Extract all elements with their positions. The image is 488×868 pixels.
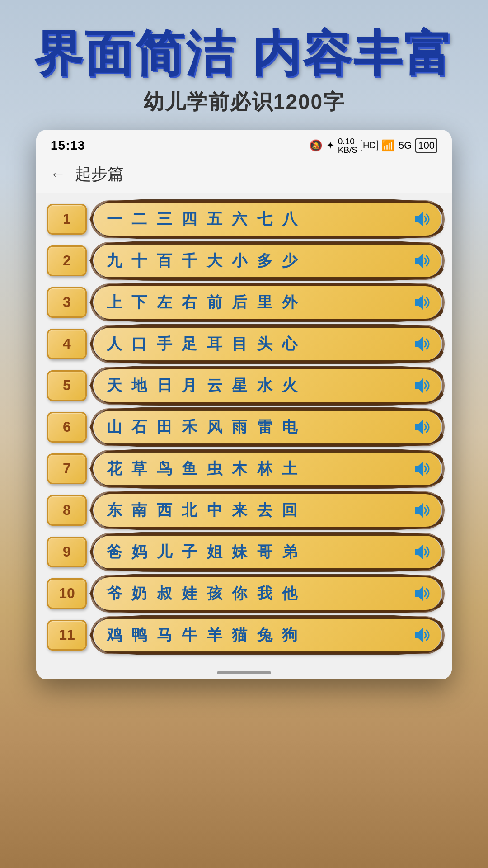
lesson-chars: 天 地 日 月 云 星 水 火 <box>107 375 300 396</box>
lesson-button[interactable]: 上 下 左 右 前 后 里 外 <box>94 285 441 320</box>
lesson-number: 11 <box>47 620 87 651</box>
promo-section: 界面简洁 内容丰富 幼儿学前必识1200字 <box>0 0 488 130</box>
speaker-icon[interactable] <box>412 584 432 604</box>
list-item: 6山 石 田 禾 风 雨 雷 电 <box>47 410 441 444</box>
battery-icon: 100 <box>415 138 437 153</box>
promo-subtitle-prefix: 幼儿学前必识 <box>143 90 273 113</box>
svg-marker-10 <box>415 628 423 642</box>
lesson-chars: 东 南 西 北 中 来 去 回 <box>107 500 300 521</box>
svg-marker-6 <box>415 462 423 476</box>
lesson-chars: 一 二 三 四 五 六 七 八 <box>107 209 300 230</box>
lesson-button[interactable]: 山 石 田 禾 风 雨 雷 电 <box>94 410 441 444</box>
svg-marker-9 <box>415 586 423 601</box>
lesson-chars: 九 十 百 千 大 小 多 少 <box>107 250 300 271</box>
speaker-icon[interactable] <box>412 251 432 271</box>
speaker-icon[interactable] <box>412 459 432 479</box>
wifi-icon: 📶 <box>381 139 395 152</box>
lesson-number: 4 <box>47 329 87 359</box>
list-item: 2九 十 百 千 大 小 多 少 <box>47 244 441 278</box>
lesson-button[interactable]: 鸡 鸭 马 牛 羊 猫 兔 狗 <box>94 618 441 652</box>
status-icons: 🔕 ✦ 0.10KB/S HD 📶 5G 100 <box>309 137 437 154</box>
back-button[interactable]: ← <box>50 165 66 184</box>
lesson-chars: 爷 奶 叔 娃 孩 你 我 他 <box>107 583 300 604</box>
data-speed: 0.10KB/S <box>338 137 357 154</box>
bottom-bar <box>36 666 452 679</box>
svg-marker-0 <box>415 212 423 226</box>
lesson-button[interactable]: 爸 妈 儿 子 姐 妹 哥 弟 <box>94 535 441 569</box>
lesson-number: 6 <box>47 412 87 443</box>
lesson-button[interactable]: 爷 奶 叔 娃 孩 你 我 他 <box>94 576 441 611</box>
lesson-button[interactable]: 天 地 日 月 云 星 水 火 <box>94 368 441 403</box>
app-frame: 15:13 🔕 ✦ 0.10KB/S HD 📶 5G 100 ← 起步篇 1一 … <box>36 130 452 679</box>
lesson-list: 1一 二 三 四 五 六 七 八 2九 十 百 千 大 小 多 少 3上 下 左… <box>36 193 452 666</box>
lesson-chars: 鸡 鸭 马 牛 羊 猫 兔 狗 <box>107 625 300 646</box>
promo-suffix: 字 <box>323 90 345 113</box>
lesson-button[interactable]: 人 口 手 足 耳 目 头 心 <box>94 327 441 361</box>
lesson-number: 7 <box>47 453 87 484</box>
list-item: 11鸡 鸭 马 牛 羊 猫 兔 狗 <box>47 618 441 652</box>
svg-marker-1 <box>415 254 423 268</box>
lesson-chars: 人 口 手 足 耳 目 头 心 <box>107 334 300 354</box>
list-item: 7花 草 鸟 鱼 虫 木 林 土 <box>47 452 441 486</box>
speaker-icon[interactable] <box>412 209 432 229</box>
lesson-chars: 花 草 鸟 鱼 虫 木 林 土 <box>107 458 300 479</box>
lesson-button[interactable]: 九 十 百 千 大 小 多 少 <box>94 244 441 278</box>
list-item: 1一 二 三 四 五 六 七 八 <box>47 202 441 236</box>
lesson-number: 9 <box>47 537 87 567</box>
hd-badge: HD <box>361 140 378 151</box>
speaker-icon[interactable] <box>412 292 432 312</box>
list-item: 5天 地 日 月 云 星 水 火 <box>47 368 441 403</box>
nav-bar: ← 起步篇 <box>36 158 452 193</box>
lesson-number: 3 <box>47 287 87 318</box>
lesson-number: 2 <box>47 245 87 276</box>
speaker-icon[interactable] <box>412 500 432 520</box>
lesson-button[interactable]: 一 二 三 四 五 六 七 八 <box>94 202 441 236</box>
nav-title: 起步篇 <box>75 163 124 185</box>
promo-subtitle: 幼儿学前必识1200字 <box>18 88 470 116</box>
lesson-chars: 爸 妈 儿 子 姐 妹 哥 弟 <box>107 542 300 562</box>
list-item: 10爷 奶 叔 娃 孩 你 我 他 <box>47 576 441 611</box>
svg-marker-7 <box>415 503 423 518</box>
speaker-icon[interactable] <box>412 376 432 396</box>
lesson-chars: 山 石 田 禾 风 雨 雷 电 <box>107 417 300 438</box>
speaker-icon[interactable] <box>412 542 432 562</box>
svg-marker-5 <box>415 420 423 434</box>
list-item: 9爸 妈 儿 子 姐 妹 哥 弟 <box>47 535 441 569</box>
lesson-number: 5 <box>47 370 87 401</box>
signal-icon: 5G <box>399 140 412 151</box>
svg-marker-3 <box>415 337 423 351</box>
status-bar: 15:13 🔕 ✦ 0.10KB/S HD 📶 5G 100 <box>36 130 452 158</box>
speaker-icon[interactable] <box>412 625 432 645</box>
bluetooth-icon: ✦ <box>326 140 334 151</box>
svg-marker-8 <box>415 545 423 559</box>
lesson-number: 8 <box>47 495 87 526</box>
lesson-number: 10 <box>47 578 87 609</box>
lesson-chars: 上 下 左 右 前 后 里 外 <box>107 292 300 313</box>
svg-marker-2 <box>415 295 423 310</box>
speaker-icon[interactable] <box>412 334 432 354</box>
lesson-button[interactable]: 东 南 西 北 中 来 去 回 <box>94 493 441 528</box>
lesson-button[interactable]: 花 草 鸟 鱼 虫 木 林 土 <box>94 452 441 486</box>
mute-icon: 🔕 <box>309 139 323 152</box>
promo-number: 1200 <box>273 90 323 113</box>
list-item: 3上 下 左 右 前 后 里 外 <box>47 285 441 320</box>
lesson-number: 1 <box>47 204 87 235</box>
svg-marker-4 <box>415 378 423 393</box>
home-indicator <box>217 671 271 674</box>
list-item: 4人 口 手 足 耳 目 头 心 <box>47 327 441 361</box>
speaker-icon[interactable] <box>412 417 432 437</box>
promo-title: 界面简洁 内容丰富 <box>18 27 470 81</box>
status-time: 15:13 <box>51 138 85 153</box>
list-item: 8东 南 西 北 中 来 去 回 <box>47 493 441 528</box>
